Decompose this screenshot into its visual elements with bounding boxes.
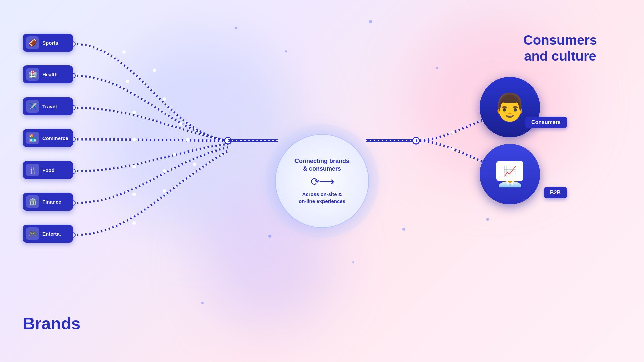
- dot-deco: [402, 228, 405, 231]
- svg-point-5: [126, 80, 129, 83]
- health-label: Health: [42, 72, 58, 77]
- entertainment-icon: 🎮: [26, 227, 39, 240]
- consumers-circle: 👨: [480, 77, 540, 137]
- dot-deco: [369, 20, 372, 23]
- center-hub: Connecting brands& consumers ⟳⟶ Across o…: [275, 134, 369, 228]
- svg-point-6: [163, 97, 166, 101]
- food-label: Food: [42, 167, 55, 173]
- dot-deco: [352, 261, 354, 263]
- svg-point-21: [163, 189, 166, 193]
- dot-deco: [486, 218, 489, 221]
- brand-pill-travel: ✈️ Travel: [23, 97, 73, 115]
- center-hub-subtitle: Across on-site &on-line experiences: [299, 191, 345, 205]
- sports-icon: 🏈: [26, 36, 39, 49]
- b2b-badge: B2B: [544, 187, 567, 198]
- svg-point-8: [132, 111, 136, 114]
- commerce-icon: 🏪: [26, 132, 39, 144]
- svg-point-15: [173, 153, 176, 156]
- center-hub-icon: ⟳⟶: [311, 175, 334, 188]
- dot-deco: [285, 50, 287, 52]
- sports-label: Sports: [42, 40, 58, 46]
- svg-point-12: [186, 138, 190, 142]
- health-icon: 🏥: [26, 68, 39, 81]
- travel-label: Travel: [42, 104, 57, 109]
- svg-point-11: [132, 138, 136, 141]
- svg-point-25: [451, 131, 454, 134]
- svg-point-24: [413, 137, 419, 144]
- commerce-label: Commerce: [42, 135, 68, 141]
- svg-point-23: [225, 137, 231, 144]
- food-icon: 🍴: [26, 164, 39, 176]
- svg-point-3: [153, 69, 156, 72]
- center-hub-title: Connecting brands& consumers: [294, 157, 350, 173]
- svg-point-17: [132, 193, 136, 196]
- finance-icon: 🏛️: [26, 195, 39, 208]
- svg-point-18: [163, 169, 166, 173]
- travel-icon: ✈️: [26, 100, 39, 113]
- svg-point-28: [451, 147, 454, 151]
- finance-label: Finance: [42, 199, 61, 205]
- dot-deco: [268, 235, 271, 238]
- brand-pill-health: 🏥 Health: [23, 65, 73, 83]
- dot-deco: [201, 302, 204, 304]
- brands-title: Brands: [23, 314, 80, 334]
- svg-point-2: [122, 50, 126, 54]
- consumers-culture-title: Consumersand culture: [523, 32, 597, 64]
- b2b-chart-icon: 📈: [496, 161, 523, 181]
- svg-point-22: [193, 163, 196, 166]
- brand-pill-commerce: 🏪 Commerce: [23, 129, 73, 147]
- svg-point-20: [132, 221, 136, 225]
- brand-pill-finance: 🏛️ Finance: [23, 193, 73, 211]
- dot-deco: [436, 67, 438, 69]
- brand-pill-entertainment: 🎮 Enterta.: [23, 225, 73, 243]
- dot-deco: [235, 27, 237, 29]
- consumers-badge: Consumers: [525, 117, 567, 128]
- brand-pill-food: 🍴 Food: [23, 161, 73, 179]
- svg-point-14: [132, 165, 136, 168]
- svg-point-9: [179, 122, 183, 126]
- entertainment-label: Enterta.: [42, 231, 61, 237]
- brand-pill-sports: 🏈 Sports: [23, 34, 73, 52]
